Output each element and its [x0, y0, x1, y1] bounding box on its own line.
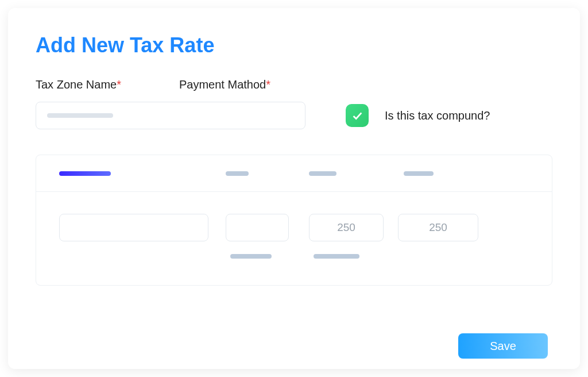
- header-skeleton-2: [226, 171, 249, 176]
- field-labels-row: Tax Zone Name* Payment Mathod*: [36, 78, 552, 91]
- required-asterisk: *: [117, 78, 121, 91]
- table-cell-3: [309, 214, 398, 285]
- header-skeleton-1: [59, 171, 111, 176]
- table-header-col-3: [309, 171, 398, 176]
- header-skeleton-3: [309, 171, 336, 176]
- tax-zone-input-wrap: [36, 102, 305, 129]
- helper-skeleton-2: [230, 254, 272, 259]
- check-icon: [351, 109, 363, 122]
- table-cell-4: [398, 214, 478, 285]
- table-header-col-4: [398, 171, 478, 176]
- rate-input-1[interactable]: [59, 214, 208, 241]
- add-tax-rate-card: Add New Tax Rate Tax Zone Name* Payment …: [8, 8, 580, 369]
- page-title: Add New Tax Rate: [36, 33, 552, 57]
- table-header-col-1: [59, 171, 226, 176]
- rate-input-3[interactable]: [309, 214, 384, 241]
- helper-skeleton-3: [314, 254, 359, 259]
- tax-zone-name-label-text: Tax Zone Name: [36, 78, 117, 91]
- table-header-row: [36, 155, 552, 192]
- compound-checkbox[interactable]: [346, 104, 369, 127]
- rates-table: [36, 155, 552, 286]
- table-body-row: [36, 192, 552, 285]
- placeholder-skeleton: [47, 113, 113, 118]
- rate-input-4[interactable]: [398, 214, 478, 241]
- payment-method-label-text: Payment Mathod: [179, 78, 266, 91]
- table-cell-1: [59, 214, 226, 285]
- compound-checkbox-label: Is this tax compund?: [385, 109, 490, 122]
- required-asterisk: *: [266, 78, 270, 91]
- rate-input-2[interactable]: [226, 214, 289, 241]
- table-cell-2: [226, 214, 309, 285]
- payment-method-label: Payment Mathod*: [179, 78, 270, 91]
- header-skeleton-4: [404, 171, 434, 176]
- tax-zone-name-label: Tax Zone Name*: [36, 78, 179, 91]
- save-button[interactable]: Save: [458, 333, 548, 359]
- main-controls-row: Is this tax compund?: [36, 102, 552, 129]
- table-header-col-2: [226, 171, 309, 176]
